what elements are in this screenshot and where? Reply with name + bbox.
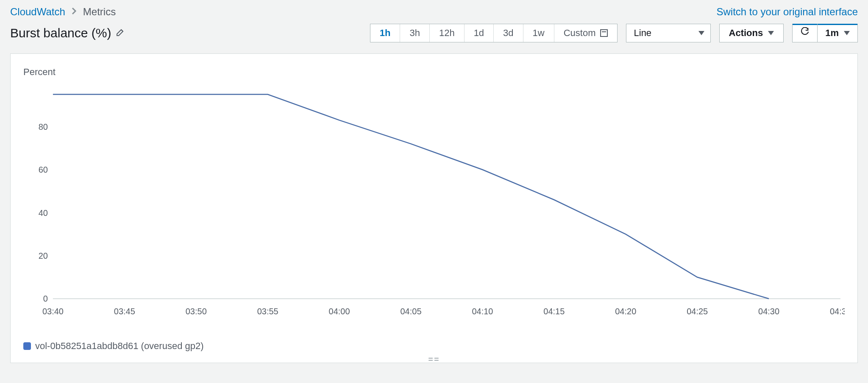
svg-text:03:50: 03:50: [186, 307, 207, 316]
svg-text:60: 60: [39, 165, 48, 174]
line-chart[interactable]: 02040608003:4003:4503:5003:5504:0004:050…: [23, 79, 845, 320]
svg-text:03:45: 03:45: [114, 307, 135, 316]
svg-text:20: 20: [39, 251, 48, 260]
caret-down-icon: [844, 31, 850, 35]
svg-text:04:15: 04:15: [543, 307, 565, 316]
time-range-group: 1h3h12h1d3d1w Custom: [370, 24, 618, 42]
time-range-1w[interactable]: 1w: [523, 24, 554, 42]
actions-button[interactable]: Actions: [719, 24, 784, 42]
svg-text:04:20: 04:20: [615, 307, 636, 316]
time-range-1h[interactable]: 1h: [370, 24, 401, 42]
legend-swatch-icon: [23, 342, 31, 350]
chart-legend: vol-0b58251a1abdb8d61 (overused gp2): [23, 341, 204, 352]
svg-text:04:10: 04:10: [472, 307, 493, 316]
chart-panel: Percent 02040608003:4003:4503:5003:5504:…: [10, 53, 858, 363]
breadcrumb: CloudWatch Metrics: [10, 6, 116, 18]
calendar-icon: [600, 29, 608, 37]
svg-text:80: 80: [39, 122, 48, 131]
graph-type-value: Line: [634, 28, 652, 39]
refresh-period-value: 1m: [825, 28, 839, 39]
switch-interface-link[interactable]: Switch to your original interface: [717, 6, 858, 18]
time-range-custom[interactable]: Custom: [554, 24, 617, 42]
breadcrumb-root[interactable]: CloudWatch: [10, 6, 65, 18]
actions-label: Actions: [729, 28, 763, 39]
svg-text:03:55: 03:55: [257, 307, 278, 316]
edit-icon[interactable]: [115, 27, 125, 39]
svg-text:0: 0: [43, 294, 48, 303]
toolbar: 1h3h12h1d3d1w Custom Line Actions: [370, 24, 858, 42]
refresh-period-select[interactable]: 1m: [817, 24, 858, 42]
refresh-button[interactable]: [792, 24, 817, 42]
svg-text:04:00: 04:00: [329, 307, 350, 316]
svg-text:04:30: 04:30: [758, 307, 779, 316]
caret-down-icon: [698, 31, 704, 35]
time-range-3h[interactable]: 3h: [400, 24, 429, 42]
graph-type-select[interactable]: Line: [626, 24, 711, 42]
svg-text:03:40: 03:40: [42, 307, 64, 316]
custom-label: Custom: [564, 28, 596, 39]
svg-text:04:05: 04:05: [401, 307, 422, 316]
svg-text:40: 40: [39, 208, 48, 217]
caret-down-icon: [768, 31, 774, 35]
time-range-3d[interactable]: 3d: [494, 24, 523, 42]
svg-text:04:25: 04:25: [687, 307, 708, 316]
y-axis-label: Percent: [23, 67, 56, 78]
svg-text:04:35: 04:35: [830, 307, 845, 316]
resize-handle-icon[interactable]: ==: [428, 355, 440, 364]
time-range-12h[interactable]: 12h: [430, 24, 465, 42]
page-title: Burst balance (%): [10, 26, 111, 40]
breadcrumb-current: Metrics: [83, 6, 116, 18]
time-range-1d[interactable]: 1d: [465, 24, 494, 42]
chevron-right-icon: [71, 6, 77, 18]
refresh-icon: [800, 27, 810, 39]
legend-series-label: vol-0b58251a1abdb8d61 (overused gp2): [35, 341, 204, 352]
